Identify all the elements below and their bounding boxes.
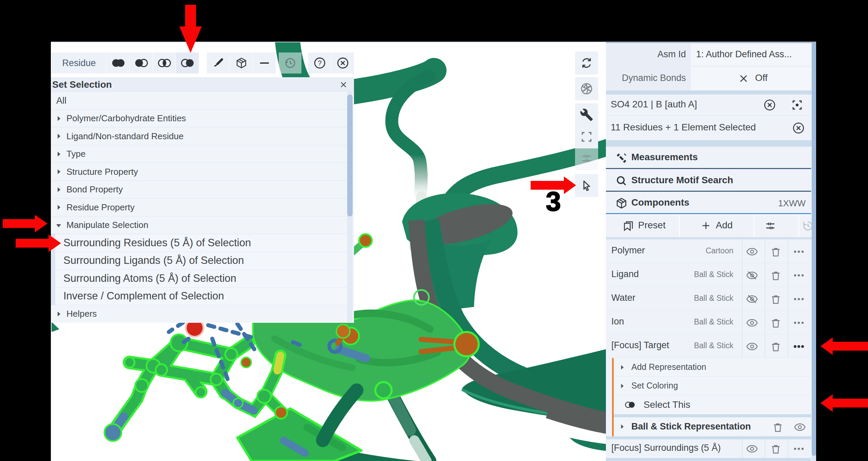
svg-text:?: ?: [318, 59, 321, 67]
